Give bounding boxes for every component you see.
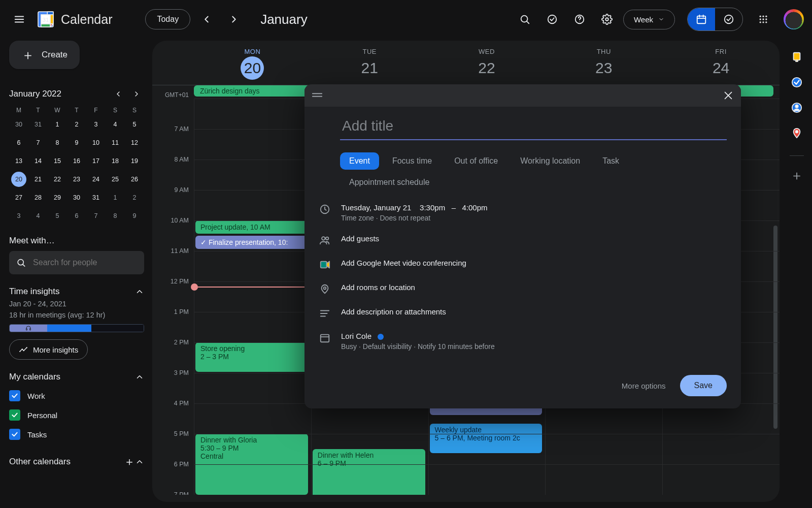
- mini-day[interactable]: 18: [108, 153, 123, 169]
- mini-day[interactable]: 30: [11, 117, 26, 132]
- day-column[interactable]: Project update, 10 AM✓ Finalize presenta…: [194, 99, 311, 495]
- mini-day[interactable]: 12: [127, 135, 142, 150]
- day-header[interactable]: TUE21: [311, 41, 428, 85]
- drag-handle-icon[interactable]: [312, 91, 323, 100]
- close-icon[interactable]: [723, 90, 734, 101]
- mini-day[interactable]: 23: [69, 172, 84, 187]
- create-button[interactable]: ＋ Create: [9, 41, 80, 69]
- mini-day[interactable]: 29: [50, 190, 65, 205]
- mini-day[interactable]: 7: [30, 135, 46, 150]
- calendar-checkbox[interactable]: [9, 409, 20, 421]
- add-description-button[interactable]: Add description or attachments: [341, 307, 727, 316]
- mini-day[interactable]: 20: [11, 172, 26, 187]
- settings-gear-icon[interactable]: [596, 8, 618, 30]
- mini-day[interactable]: 30: [69, 190, 84, 205]
- add-location-button[interactable]: Add rooms or location: [341, 283, 727, 292]
- mini-day[interactable]: 13: [11, 153, 26, 169]
- mini-day[interactable]: 22: [50, 172, 65, 187]
- mini-prev-button[interactable]: [111, 86, 126, 102]
- mini-day[interactable]: 6: [69, 208, 84, 224]
- mini-day[interactable]: 14: [30, 153, 46, 169]
- event-end-time[interactable]: 4:00pm: [462, 203, 488, 212]
- mini-day[interactable]: 2: [127, 190, 142, 205]
- calendar-item[interactable]: Personal: [9, 409, 144, 421]
- add-addon-icon[interactable]: ＋: [791, 169, 803, 181]
- calendar-item[interactable]: Tasks: [9, 429, 144, 440]
- scrollbar[interactable]: [773, 226, 777, 429]
- mini-day[interactable]: 9: [69, 135, 84, 150]
- add-guests-button[interactable]: Add guests: [341, 234, 727, 243]
- mini-day[interactable]: 28: [30, 190, 46, 205]
- prev-period-button[interactable]: [195, 8, 218, 30]
- mini-day[interactable]: 17: [88, 153, 104, 169]
- account-avatar[interactable]: [784, 9, 804, 29]
- today-button[interactable]: Today: [145, 9, 190, 29]
- mini-day[interactable]: 2: [69, 117, 84, 132]
- event-type-tab[interactable]: Focus time: [383, 152, 441, 170]
- mini-day[interactable]: 25: [108, 172, 123, 187]
- calendar-event[interactable]: Dinner with Helen6 – 9 PM: [313, 449, 425, 495]
- collapse-other-calendars[interactable]: [135, 457, 144, 466]
- mini-day[interactable]: 7: [88, 208, 104, 224]
- calendar-event[interactable]: Store opening2 – 3 PM: [195, 342, 308, 372]
- google-apps-icon[interactable]: [752, 8, 774, 30]
- mini-day[interactable]: 8: [50, 135, 65, 150]
- calendar-view-toggle[interactable]: [688, 8, 715, 30]
- event-type-tab[interactable]: Event: [340, 152, 379, 170]
- mini-day[interactable]: 1: [108, 190, 123, 205]
- help-icon[interactable]: [568, 8, 591, 30]
- more-insights-button[interactable]: More insights: [9, 339, 88, 360]
- menu-icon[interactable]: [8, 8, 30, 30]
- task-check-icon[interactable]: [541, 8, 563, 30]
- mini-day[interactable]: 31: [30, 117, 46, 132]
- mini-day[interactable]: 31: [88, 190, 104, 205]
- calendar-item[interactable]: Work: [9, 390, 144, 401]
- mini-day[interactable]: 9: [127, 208, 142, 224]
- mini-day[interactable]: 4: [108, 117, 123, 132]
- tasks-app-icon[interactable]: [791, 76, 803, 88]
- view-dropdown[interactable]: Week: [623, 10, 675, 29]
- search-icon[interactable]: [514, 8, 536, 30]
- mini-day[interactable]: 24: [88, 172, 104, 187]
- calendar-checkbox[interactable]: [9, 390, 20, 401]
- add-meet-button[interactable]: Add Google Meet video conferencing: [341, 259, 727, 267]
- mini-day[interactable]: 4: [30, 208, 46, 224]
- tasks-view-toggle[interactable]: [715, 8, 742, 30]
- mini-next-button[interactable]: [129, 86, 144, 102]
- save-button[interactable]: Save: [680, 375, 727, 396]
- mini-day[interactable]: 21: [30, 172, 46, 187]
- mini-day[interactable]: 10: [88, 135, 104, 150]
- mini-day[interactable]: 5: [127, 117, 142, 132]
- day-header[interactable]: FRI24: [662, 41, 780, 85]
- mini-day[interactable]: 3: [11, 208, 26, 224]
- calendar-event[interactable]: Weekly update5 – 6 PM, Meeting room 2c: [430, 424, 543, 453]
- organizer-name[interactable]: Lori Cole: [341, 332, 371, 340]
- event-type-tab[interactable]: Working location: [511, 152, 589, 170]
- day-header[interactable]: THU23: [545, 41, 662, 85]
- event-type-tab[interactable]: Task: [593, 152, 628, 170]
- mini-day[interactable]: 6: [11, 135, 26, 150]
- more-options-button[interactable]: More options: [622, 382, 666, 390]
- day-header[interactable]: MON20: [194, 41, 311, 85]
- event-date[interactable]: Tuesday, January 21: [341, 203, 411, 212]
- mini-day[interactable]: 26: [127, 172, 142, 187]
- contacts-icon[interactable]: [791, 102, 803, 114]
- collapse-my-calendars[interactable]: [135, 372, 144, 382]
- day-header[interactable]: WED22: [428, 41, 546, 85]
- mini-day[interactable]: 1: [50, 117, 65, 132]
- mini-day[interactable]: 8: [108, 208, 123, 224]
- add-other-calendar[interactable]: ＋: [124, 454, 135, 469]
- calendar-event[interactable]: Project update, 10 AM: [195, 220, 308, 234]
- organizer-detail[interactable]: Busy · Default visibility · Notify 10 mi…: [341, 342, 727, 351]
- calendar-event[interactable]: ✓ Finalize presentation, 10:: [195, 236, 308, 249]
- tz-repeat-label[interactable]: Time zone · Does not repeat: [341, 214, 727, 222]
- event-start-time[interactable]: 3:30pm: [420, 203, 445, 212]
- event-type-tab[interactable]: Out of office: [445, 152, 507, 170]
- collapse-time-insights[interactable]: [135, 287, 144, 296]
- event-title-input[interactable]: [340, 110, 727, 140]
- next-period-button[interactable]: [223, 8, 245, 30]
- maps-icon[interactable]: [791, 127, 803, 139]
- calendar-checkbox[interactable]: [9, 429, 20, 440]
- people-search-input[interactable]: [32, 258, 137, 268]
- keep-icon[interactable]: [791, 51, 803, 63]
